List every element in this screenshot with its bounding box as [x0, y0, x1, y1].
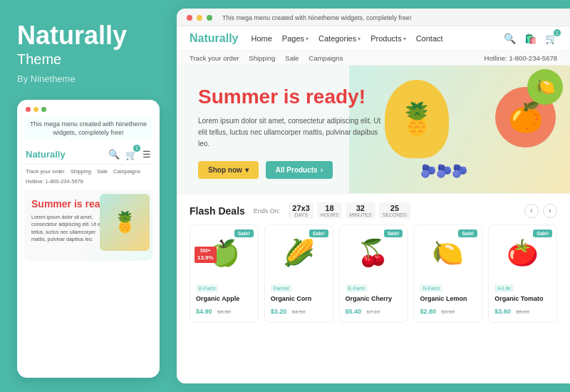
secondary-nav-sale[interactable]: Sale [285, 54, 299, 62]
flash-timer: 27x3 DAYS 18 HOURS 32 MINUTES 25 SECONDS [289, 202, 410, 219]
product-sale-badge: Sale! [384, 229, 403, 237]
mobile-subnav-track[interactable]: Track your order [26, 168, 65, 175]
desktop-navbar: Naturally Home Pages ▾ Categories ▾ Prod… [177, 26, 570, 51]
product-price: $4.90 [196, 308, 212, 315]
secondary-nav-hotline: Hotline: 1-800-234-5678 [484, 54, 557, 62]
browser-dot-green [207, 15, 212, 21]
mobile-nav-icons: 🔍 🛒 1 ☰ [108, 148, 151, 161]
discount-sticker: 500+13.9% [195, 247, 217, 263]
mobile-hotline: Hotline: 1-800-234-5678 [24, 178, 152, 185]
theme-by: By Ninetheme [17, 73, 160, 84]
flash-deals-section: Flash Deals Ends On: 27x3 DAYS 18 HOURS … [177, 193, 570, 329]
desktop-cart-badge: 1 [554, 29, 561, 36]
browser-notice: This mega menu created with Ninetheme wi… [222, 14, 412, 21]
secondary-nav-shipping[interactable]: Shipping [249, 54, 275, 62]
mobile-subnav-shipping[interactable]: Shipping [71, 168, 91, 175]
product-card: Sale! 🍋 N-Farm Organic Lemon $2.80 $3.90 [413, 225, 482, 323]
product-farm: Farmer [271, 284, 293, 292]
mobile-subnav: Track your order Shipping Sale Campaigns [24, 168, 152, 175]
mobile-navbar: Naturally 🔍 🛒 1 ☰ [24, 145, 152, 165]
products-chevron: ▾ [403, 36, 406, 42]
blueberries-image: 🫐🫐🫐 [420, 163, 467, 179]
pineapple-image: 🍍 [385, 80, 449, 158]
shop-chevron-icon: ▾ [245, 166, 249, 174]
mobile-subnav-campaigns[interactable]: Campaigns [113, 168, 140, 175]
flash-prev-button[interactable]: ‹ [524, 204, 539, 218]
product-pricing: $5.40 $7.10 [346, 304, 402, 316]
mobile-dot-green [41, 107, 46, 112]
product-name: Organic Apple [196, 295, 252, 302]
product-pricing: $4.90 $6.30 [196, 304, 252, 316]
product-old-price: $4.50 [292, 309, 306, 315]
secondary-nav: Track your order Shipping Sale Campaigns… [177, 51, 570, 66]
product-sale-badge: Sale! [234, 229, 254, 237]
product-pricing: $2.80 $3.90 [420, 304, 476, 316]
product-price: $2.80 [420, 308, 436, 315]
desktop-nav-categories[interactable]: Categories ▾ [318, 34, 361, 43]
product-card: Sale! 🍒 E-Farm Organic Cherry $5.40 $7.1… [339, 225, 408, 323]
secondary-nav-track[interactable]: Track your order [190, 54, 239, 62]
desktop-nav-icons: 🔍 🛍️ 🛒 1 [504, 32, 557, 45]
desktop-nav-links: Home Pages ▾ Categories ▾ Products ▾ Con… [251, 34, 504, 43]
mobile-hero: Summer is ready! Lorem ipsum dolor sit a… [24, 190, 152, 261]
timer-seconds: 25 SECONDS [379, 202, 411, 219]
timer-days: 27x3 DAYS [289, 202, 313, 219]
mobile-preview-card: This mega menu created with Ninetheme wi… [17, 100, 160, 378]
categories-chevron: ▾ [358, 36, 361, 42]
product-name: Organic Cherry [346, 295, 402, 302]
secondary-nav-left: Track your order Shipping Sale Campaigns [190, 54, 343, 62]
desktop-nav-home[interactable]: Home [251, 34, 271, 43]
desktop-nav-contact[interactable]: Contact [416, 34, 443, 43]
flash-nav-arrows: ‹ › [524, 204, 557, 218]
desktop-user-icon[interactable]: 🛍️ [524, 33, 537, 44]
shop-now-button[interactable]: Shop now ▾ [198, 161, 259, 179]
mobile-search-icon[interactable]: 🔍 [108, 149, 120, 160]
mobile-dot-yellow [33, 107, 38, 112]
browser-bar: This mega menu created with Ninetheme wi… [177, 9, 570, 26]
product-old-price: $3.90 [441, 309, 455, 315]
product-old-price: $5.00 [516, 309, 529, 315]
timer-hours: 18 HOURS [317, 202, 342, 219]
flash-deals-title: Flash Deals [190, 205, 245, 217]
product-pricing: $3.20 $4.50 [271, 304, 327, 316]
hero-content: Summer is ready! Lorem ipsum dolor sit a… [198, 86, 383, 179]
desktop-preview-panel: This mega menu created with Ninetheme wi… [177, 9, 570, 383]
product-old-price: $7.10 [367, 309, 380, 315]
product-name: Organic Tomato [494, 295, 551, 302]
product-old-price: $6.30 [217, 309, 231, 315]
desktop-cart-wrapper[interactable]: 🛒 1 [545, 32, 557, 45]
hero-desc: Lorem ipsum dolor sit amet, consectetur … [198, 115, 383, 150]
product-cards-row: Sale! 500+13.9% 🍏 E-Farm Organic Apple $… [190, 225, 557, 323]
pages-chevron: ▾ [306, 36, 309, 42]
hero-section: Summer is ready! Lorem ipsum dolor sit a… [177, 66, 570, 193]
flash-next-button[interactable]: › [543, 204, 557, 218]
browser-dot-yellow [197, 15, 202, 21]
product-sale-badge: Sale! [458, 229, 477, 237]
mobile-cart-wrapper[interactable]: 🛒 1 [125, 148, 137, 161]
mobile-subnav-sale[interactable]: Sale [97, 168, 108, 175]
products-arrow-icon: › [321, 166, 323, 174]
theme-title: Naturally [17, 21, 160, 50]
product-price: $3.60 [494, 308, 511, 315]
product-pricing: $3.60 $5.00 [494, 304, 551, 316]
product-farm: E-Farm [346, 284, 368, 292]
product-card: Sale! 🌽 Farmer Organic Corn $3.20 $4.50 [264, 225, 333, 323]
secondary-nav-campaigns[interactable]: Campaigns [309, 54, 343, 62]
desktop-search-icon[interactable]: 🔍 [504, 33, 516, 44]
product-sale-badge: Sale! [533, 229, 552, 237]
hero-title: Summer is ready! [198, 86, 383, 108]
mobile-menu-icon[interactable]: ☰ [142, 149, 151, 160]
mobile-hero-text: Lorem ipsum dolor sit amet, consectetur … [31, 214, 110, 244]
mobile-dot-red [26, 107, 31, 112]
mobile-window-dots [24, 107, 152, 112]
mobile-cart-badge: 1 [133, 145, 140, 152]
timer-minutes: 32 MINUTES [346, 202, 375, 219]
flash-ends-label: Ends On: [254, 207, 281, 215]
product-card: Sale! 500+13.9% 🍏 E-Farm Organic Apple $… [190, 225, 259, 323]
left-panel: Naturally Theme By Ninetheme This mega m… [0, 0, 177, 392]
all-products-button[interactable]: All Products › [266, 161, 333, 179]
product-farm: H-Life [494, 284, 514, 292]
mobile-notice: This mega menu created with Ninetheme wi… [24, 117, 152, 140]
desktop-nav-products[interactable]: Products ▾ [370, 34, 405, 43]
desktop-nav-pages[interactable]: Pages ▾ [282, 34, 309, 43]
